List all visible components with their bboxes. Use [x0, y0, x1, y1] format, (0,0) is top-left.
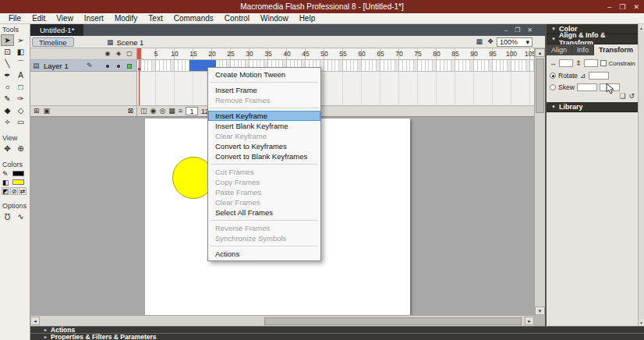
zoom-tool[interactable]: ⊕: [14, 143, 27, 154]
context-item-actions[interactable]: Actions: [208, 249, 320, 259]
layer-visible-dot[interactable]: [106, 65, 109, 68]
constrain-checkbox[interactable]: [600, 60, 607, 66]
snap-to-objects-option[interactable]: Ω: [1, 211, 14, 222]
layer-row[interactable]: ▤ Layer 1 ✎: [30, 60, 137, 72]
scroll-down-icon[interactable]: ▼: [535, 306, 545, 315]
doc-restore-button[interactable]: ❐: [515, 27, 520, 34]
align-info-transform-panel-header[interactable]: ▼ Align & Info & Transform: [547, 34, 638, 44]
context-item-convert-to-keyframes[interactable]: Convert to Keyframes: [208, 141, 320, 151]
menu-commands[interactable]: Commands: [168, 13, 219, 23]
doc-close-button[interactable]: ✕: [527, 27, 533, 34]
menu-modify[interactable]: Modify: [109, 13, 143, 23]
close-button[interactable]: ✕: [633, 3, 639, 11]
layer-name[interactable]: Layer 1: [44, 62, 69, 70]
context-item-insert-frame[interactable]: Insert Frame: [208, 85, 320, 95]
onion-skin-outlines-button[interactable]: ◎: [159, 108, 165, 115]
menu-file[interactable]: File: [3, 13, 27, 23]
delete-layer-button[interactable]: ⊠: [127, 108, 133, 115]
timeline-ruler-frames[interactable]: 5101520253035404550556065707580859095100…: [137, 48, 534, 60]
stroke-color-control[interactable]: ✎: [0, 169, 30, 178]
scroll-up-icon[interactable]: ▲: [535, 48, 545, 57]
rotate-radio[interactable]: [550, 73, 556, 79]
free-transform-tool[interactable]: ⊡: [1, 46, 14, 58]
pencil-tool[interactable]: ✎: [1, 93, 14, 104]
context-item-convert-to-blank-keyframes[interactable]: Convert to Blank Keyframes: [208, 151, 320, 161]
scale-width-field[interactable]: [559, 59, 573, 67]
brush-tool[interactable]: ✑: [14, 93, 27, 104]
ink-bottle-tool[interactable]: ◆: [1, 104, 14, 116]
line-tool[interactable]: ╲: [1, 58, 14, 69]
context-item-insert-blank-keyframe[interactable]: Insert Blank Keyframe: [208, 121, 320, 131]
minimize-button[interactable]: –: [607, 3, 611, 11]
modify-onion-markers-button[interactable]: ≡: [179, 108, 182, 115]
library-panel-header[interactable]: ▼ Library: [547, 102, 638, 112]
subselection-tool[interactable]: ➢: [14, 34, 27, 46]
center-frame-button[interactable]: ◫: [140, 108, 147, 115]
paint-bucket-tool[interactable]: ◇: [14, 104, 27, 116]
selection-tool[interactable]: ➤: [1, 34, 14, 46]
menu-text[interactable]: Text: [143, 13, 168, 23]
scroll-up-icon[interactable]: ▲: [639, 24, 644, 31]
skew-horizontal-field[interactable]: [577, 83, 597, 91]
outline-all-layers-icon[interactable]: ▢: [125, 50, 134, 57]
maximize-button[interactable]: ❐: [619, 3, 625, 11]
skew-radio[interactable]: [550, 84, 556, 90]
scroll-left-icon[interactable]: ◂: [30, 317, 40, 325]
context-item-select-all-frames[interactable]: Select All Frames: [208, 207, 320, 218]
frames-empty-area[interactable]: [137, 72, 534, 105]
scroll-down-icon[interactable]: ▼: [639, 319, 644, 326]
stroke-color-swatch[interactable]: [12, 171, 24, 176]
text-tool[interactable]: A: [14, 69, 27, 81]
menu-control[interactable]: Control: [219, 13, 255, 23]
horizontal-scroll-thumb[interactable]: [264, 317, 522, 325]
menu-insert[interactable]: Insert: [79, 13, 109, 23]
insert-layer-folder-button[interactable]: ▣: [44, 108, 51, 115]
layer-outline-color-swatch[interactable]: [127, 64, 132, 69]
rotate-angle-field[interactable]: [589, 72, 609, 80]
show-hide-all-layers-icon[interactable]: ◉: [103, 50, 112, 57]
scale-height-field[interactable]: [584, 59, 598, 67]
onion-skin-button[interactable]: ◉: [150, 108, 157, 115]
no-color-button[interactable]: ⊘: [10, 187, 18, 195]
lasso-tool[interactable]: ⌒: [14, 58, 27, 69]
scroll-right-icon[interactable]: ▸: [525, 317, 534, 325]
insert-layer-button[interactable]: ⊞: [34, 108, 40, 115]
playhead-marker[interactable]: [137, 48, 141, 59]
smooth-option[interactable]: ∿: [14, 211, 27, 222]
menu-window[interactable]: Window: [255, 13, 294, 23]
layer-lock-dot[interactable]: [117, 65, 120, 68]
doc-minimize-button[interactable]: –: [504, 27, 508, 34]
vertical-scroll-thumb[interactable]: [536, 58, 544, 113]
oval-tool[interactable]: ○: [1, 81, 14, 93]
copy-transform-icon[interactable]: ❏: [619, 92, 625, 100]
menu-view[interactable]: View: [51, 13, 79, 23]
default-colors-button[interactable]: ◩: [2, 187, 9, 195]
tab-info[interactable]: Info: [572, 44, 594, 55]
properties-panel-bar[interactable]: ▸ Properties & Filters & Parameters: [30, 333, 644, 340]
menu-help[interactable]: Help: [294, 13, 321, 23]
context-item-insert-keyframe[interactable]: Insert Keyframe: [208, 111, 320, 121]
panel-scrollbar[interactable]: ▲ ▼: [638, 24, 644, 326]
fill-color-swatch[interactable]: [12, 179, 24, 185]
swap-colors-button[interactable]: ⇄: [19, 187, 27, 195]
hand-tool[interactable]: ✥: [1, 143, 14, 154]
scene-breadcrumb[interactable]: ▦ Scene 1: [107, 37, 143, 47]
document-tab[interactable]: Untitled-1*: [30, 24, 83, 36]
layer-frames-track[interactable]: [137, 60, 534, 72]
stage-horizontal-scrollbar[interactable]: ◂ ▸: [30, 315, 534, 326]
stage-zoom-select[interactable]: 100% ▾: [497, 37, 533, 47]
eraser-tool[interactable]: ▭: [14, 116, 27, 128]
rectangle-tool[interactable]: □: [14, 81, 27, 93]
tab-transform[interactable]: Transform: [594, 44, 639, 55]
timeline-toggle-button[interactable]: Timeline: [32, 37, 74, 47]
menu-edit[interactable]: Edit: [27, 13, 51, 23]
pen-tool[interactable]: ✒: [1, 69, 14, 81]
reset-transform-icon[interactable]: ↺: [628, 92, 635, 100]
fill-color-control[interactable]: ◧: [0, 178, 30, 186]
edit-scene-icon[interactable]: ▦: [476, 37, 483, 45]
edit-multiple-frames-button[interactable]: ▦: [168, 108, 175, 115]
context-item-create-motion-tween[interactable]: Create Motion Tween: [208, 69, 320, 80]
lock-all-layers-icon[interactable]: ◈: [114, 50, 123, 57]
tab-align[interactable]: Align: [547, 44, 572, 55]
stage-vertical-scrollbar[interactable]: ▲ ▼: [534, 48, 545, 315]
